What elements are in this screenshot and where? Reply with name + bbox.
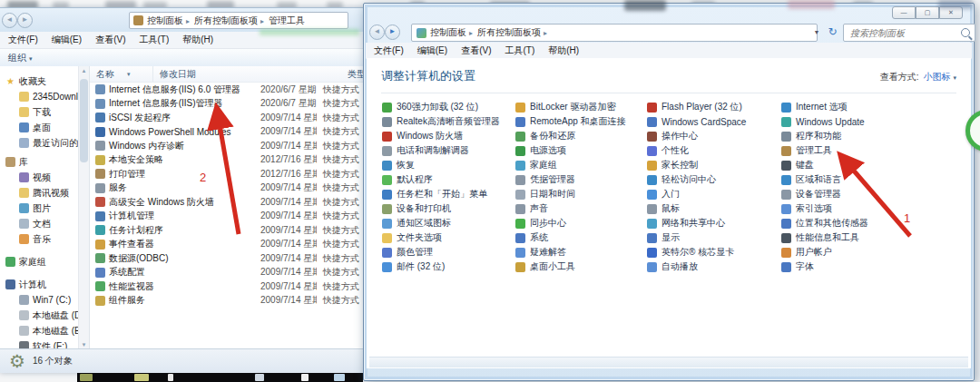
file-row[interactable]: 计算机管理 2009/7/14 星期.. 快捷方式	[90, 210, 367, 224]
control-panel-item[interactable]: 索引选项	[781, 201, 971, 216]
control-panel-item[interactable]: 个性化	[647, 143, 781, 158]
menu-item[interactable]: 文件(F)	[8, 34, 38, 46]
menu-item[interactable]: 编辑(E)	[52, 34, 82, 46]
control-panel-item[interactable]: 性能信息和工具	[781, 230, 971, 245]
taskbar-icon[interactable]	[301, 374, 309, 381]
control-panel-item[interactable]: Internet 选项	[781, 100, 971, 114]
control-panel-item[interactable]: 通知区域图标	[382, 216, 515, 230]
address-box[interactable]: 控制面板所有控制面板项	[411, 24, 818, 42]
breadcrumb-segment[interactable]: 管理工具	[268, 15, 311, 27]
breadcrumb-segment[interactable]: 控制面板	[429, 26, 476, 39]
view-by-selector[interactable]: 小图标	[923, 71, 956, 83]
column-header[interactable]: 名称	[90, 66, 153, 82]
sidebar-item[interactable]: 视频	[0, 170, 78, 185]
menu-item[interactable]: 文件(F)	[374, 44, 404, 57]
control-panel-item[interactable]: 键盘	[781, 158, 971, 172]
file-row[interactable]: 任务计划程序 2009/7/14 星期.. 快捷方式	[90, 223, 367, 238]
control-panel-item[interactable]: 恢复	[382, 158, 515, 172]
sidebar-item[interactable]: 本地磁盘 (E:)	[0, 323, 78, 338]
control-panel-item[interactable]: 字体	[781, 260, 971, 274]
taskbar[interactable]	[77, 373, 363, 382]
menu-item[interactable]: 工具(T)	[505, 44, 534, 57]
control-panel-item[interactable]: 轻松访问中心	[647, 172, 781, 187]
control-panel-item[interactable]: BitLocker 驱动器加密	[515, 100, 647, 114]
control-panel-item[interactable]: Windows CardSpace	[647, 114, 781, 129]
file-row[interactable]: 事件查看器 2009/7/14 星期.. 快捷方式	[90, 238, 367, 252]
control-panel-item[interactable]: 英特尔® 核芯显卡	[647, 245, 781, 260]
sidebar-item[interactable]: 文档	[0, 216, 78, 231]
control-panel-item[interactable]: 程序和功能	[781, 129, 971, 143]
control-panel-item[interactable]: 声音	[515, 201, 647, 216]
file-row[interactable]: 高级安全 Windows 防火墙 2009/7/14 星期.. 快捷方式	[90, 195, 367, 210]
menu-item[interactable]: 帮助(H)	[548, 44, 579, 57]
sidebar-item[interactable]: 音乐	[0, 231, 78, 247]
file-row[interactable]: 性能监视器 2009/7/14 星期.. 快捷方式	[90, 279, 367, 294]
taskbar-icon[interactable]	[168, 374, 173, 381]
menu-item[interactable]: 查看(V)	[95, 34, 125, 46]
control-panel-item[interactable]: 鼠标	[647, 201, 781, 216]
sidebar-item[interactable]: 下载	[0, 104, 78, 120]
file-row[interactable]: Windows 内存诊断 2009/7/14 星期.. 快捷方式	[90, 139, 367, 153]
control-panel-item[interactable]: 颜色管理	[382, 245, 515, 260]
control-panel-item[interactable]: 操作中心	[647, 129, 781, 143]
sidebar-item[interactable]: 计算机	[0, 277, 78, 292]
control-panel-item[interactable]: Realtek高清晰音频管理器	[382, 114, 515, 129]
sidebar-item[interactable]: 2345Download	[0, 89, 78, 104]
control-panel-item[interactable]: 日期和时间	[515, 187, 647, 201]
breadcrumb-segment[interactable]: 所有控制面板项	[476, 26, 551, 39]
control-panel-item[interactable]: 电话和调制解调器	[382, 143, 515, 158]
control-panel-item[interactable]: 位置和其他传感器	[781, 216, 971, 230]
scroll-up-icon[interactable]: ▲	[79, 68, 89, 73]
scrollbar-thumb[interactable]	[80, 79, 88, 162]
back-button[interactable]: ◄	[369, 24, 385, 40]
file-row[interactable]: 组件服务 2009/7/14 星期.. 快捷方式	[90, 294, 367, 309]
control-panel-item[interactable]: 设备和打印机	[382, 201, 515, 216]
control-panel-item[interactable]: 电源选项	[515, 143, 647, 158]
sidebar-item[interactable]: 腾讯视频	[0, 185, 78, 201]
file-row[interactable]: 系统配置 2009/7/14 星期.. 快捷方式	[90, 266, 367, 280]
control-panel-item[interactable]: 网络和共享中心	[647, 216, 781, 230]
control-panel-item[interactable]: 同步中心	[515, 216, 647, 230]
control-panel-item[interactable]: 备份和还原	[515, 129, 647, 143]
control-panel-item[interactable]: 用户帐户	[781, 245, 971, 260]
refresh-icon[interactable]: ↻	[825, 24, 840, 42]
address-box[interactable]: 控制面板所有控制面板项管理工具	[129, 12, 348, 29]
menu-item[interactable]: 工具(T)	[139, 34, 169, 46]
scroll-down-icon[interactable]: ▼	[79, 342, 89, 348]
control-panel-item[interactable]: 入门	[647, 187, 781, 201]
file-row[interactable]: 数据源(ODBC) 2009/7/14 星期.. 快捷方式	[90, 251, 367, 266]
sidebar-item[interactable]: Win7 (C:)	[0, 292, 78, 308]
file-row[interactable]: 打印管理 2012/7/16 星期.. 快捷方式	[90, 167, 367, 181]
taskbar-icon[interactable]	[134, 374, 149, 381]
breadcrumb-segment[interactable]: 控制面板	[146, 15, 193, 27]
control-panel-item[interactable]: 管理工具	[781, 143, 971, 158]
menu-item[interactable]: 编辑(E)	[417, 44, 447, 57]
taskbar-icon[interactable]	[255, 374, 264, 381]
maximize-button[interactable]	[916, 6, 939, 19]
column-header[interactable]: 修改日期	[153, 66, 341, 82]
navigation-scrollbar[interactable]: ▲ ▼	[78, 66, 90, 349]
control-panel-item[interactable]: Windows 防火墙	[382, 129, 515, 143]
taskbar-icon[interactable]	[80, 374, 93, 381]
control-panel-item[interactable]: Windows Update	[781, 114, 971, 129]
back-button[interactable]: ◄	[2, 13, 17, 28]
control-panel-item[interactable]: 家长控制	[647, 158, 781, 172]
file-row[interactable]: iSCSI 发起程序 2009/7/14 星期.. 快捷方式	[90, 111, 367, 125]
file-row[interactable]: Internet 信息服务(IIS)管理器 2020/6/7 星期日 .. 快捷…	[90, 97, 367, 112]
breadcrumb-segment[interactable]: 所有控制面板项	[193, 15, 268, 27]
control-panel-item[interactable]: 邮件 (32 位)	[382, 260, 515, 274]
menu-item[interactable]: 帮助(H)	[182, 34, 213, 46]
address-dropdown-icon[interactable]: ▼	[810, 24, 823, 42]
sidebar-item[interactable]: ★ 收藏夹	[0, 73, 78, 89]
sidebar-item[interactable]: 本地磁盘 (D:)	[0, 308, 78, 323]
control-panel-item[interactable]: RemoteApp 和桌面连接	[515, 114, 647, 129]
search-icon[interactable]	[961, 28, 970, 37]
forward-button[interactable]: ►	[385, 24, 400, 40]
control-panel-item[interactable]: 任务栏和「开始」菜单	[382, 187, 515, 201]
minimize-button[interactable]	[892, 6, 916, 19]
sidebar-item[interactable]: 图片	[0, 201, 78, 216]
control-panel-item[interactable]: 凭据管理器	[515, 172, 647, 187]
control-panel-item[interactable]: 家庭组	[515, 158, 647, 172]
control-panel-item[interactable]: 显示	[647, 230, 781, 245]
menu-item[interactable]: 查看(V)	[461, 44, 491, 57]
